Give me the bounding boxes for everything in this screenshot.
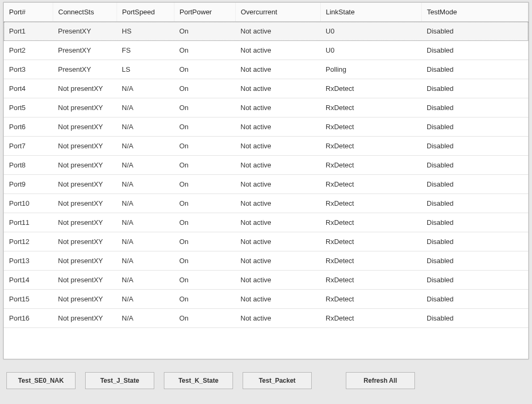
cell-connect: Not presentXY <box>53 137 117 156</box>
table-row[interactable]: Port4Not presentXYN/AOnNot activeRxDetec… <box>4 79 528 98</box>
cell-link: RxDetect <box>320 117 421 137</box>
cell-test: Disabled <box>421 271 528 290</box>
cell-connect: PresentXY <box>53 22 117 41</box>
table-row[interactable]: Port5Not presentXYN/AOnNot activeRxDetec… <box>4 98 528 117</box>
cell-link: RxDetect <box>320 79 421 98</box>
refresh-all-button[interactable]: Refresh All <box>346 372 415 389</box>
cell-port: Port15 <box>4 290 53 309</box>
cell-port: Port12 <box>4 232 53 251</box>
table-row[interactable]: Port8Not presentXYN/AOnNot activeRxDetec… <box>4 156 528 175</box>
cell-speed: FS <box>117 41 174 60</box>
test-se0-nak-button[interactable]: Test_SE0_NAK <box>6 372 76 389</box>
table-row[interactable]: Port12Not presentXYN/AOnNot activeRxDete… <box>4 232 528 251</box>
cell-test: Disabled <box>421 41 528 60</box>
cell-link: RxDetect <box>320 98 421 117</box>
test-k-state-button[interactable]: Test_K_State <box>164 372 233 389</box>
col-portspeed[interactable]: PortSpeed <box>117 3 174 22</box>
table-row[interactable]: Port9Not presentXYN/AOnNot activeRxDetec… <box>4 175 528 194</box>
cell-power: On <box>174 194 235 213</box>
col-testmode[interactable]: TestMode <box>421 3 528 22</box>
col-linkstate[interactable]: LinkState <box>320 3 421 22</box>
cell-power: On <box>174 137 235 156</box>
cell-connect: Not presentXY <box>53 79 117 98</box>
table-row[interactable]: Port14Not presentXYN/AOnNot activeRxDete… <box>4 271 528 290</box>
port-status-panel: Port# ConnectSts PortSpeed PortPower Ove… <box>3 2 529 359</box>
cell-speed: N/A <box>117 98 174 117</box>
cell-over: Not active <box>235 251 320 271</box>
cell-link: RxDetect <box>320 290 421 309</box>
table-row[interactable]: Port2PresentXYFSOnNot activeU0Disabled <box>4 41 528 60</box>
table-row[interactable]: Port16Not presentXYN/AOnNot activeRxDete… <box>4 309 528 328</box>
table-row[interactable]: Port6Not presentXYN/AOnNot activeRxDetec… <box>4 117 528 137</box>
cell-over: Not active <box>235 98 320 117</box>
table-row[interactable]: Port3PresentXYLSOnNot activePollingDisab… <box>4 60 528 79</box>
cell-power: On <box>174 156 235 175</box>
cell-port: Port2 <box>4 41 53 60</box>
cell-port: Port13 <box>4 251 53 271</box>
cell-port: Port14 <box>4 271 53 290</box>
col-connectsts[interactable]: ConnectSts <box>53 3 117 22</box>
table-row[interactable]: Port10Not presentXYN/AOnNot activeRxDete… <box>4 194 528 213</box>
col-port[interactable]: Port# <box>4 3 53 22</box>
cell-test: Disabled <box>421 290 528 309</box>
port-table: Port# ConnectSts PortSpeed PortPower Ove… <box>4 3 528 328</box>
cell-test: Disabled <box>421 156 528 175</box>
cell-test: Disabled <box>421 309 528 328</box>
cell-connect: PresentXY <box>53 41 117 60</box>
cell-connect: Not presentXY <box>53 98 117 117</box>
button-bar: Test_SE0_NAK Test_J_State Test_K_State T… <box>3 359 529 389</box>
table-header: Port# ConnectSts PortSpeed PortPower Ove… <box>4 3 528 22</box>
cell-power: On <box>174 271 235 290</box>
table-row[interactable]: Port15Not presentXYN/AOnNot activeRxDete… <box>4 290 528 309</box>
cell-speed: N/A <box>117 156 174 175</box>
cell-speed: N/A <box>117 271 174 290</box>
cell-power: On <box>174 98 235 117</box>
table-row[interactable]: Port11Not presentXYN/AOnNot activeRxDete… <box>4 213 528 232</box>
cell-link: Polling <box>320 60 421 79</box>
cell-speed: N/A <box>117 117 174 137</box>
cell-port: Port3 <box>4 60 53 79</box>
cell-link: U0 <box>320 22 421 41</box>
table-row[interactable]: Port1PresentXYHSOnNot activeU0Disabled <box>4 22 528 41</box>
cell-over: Not active <box>235 156 320 175</box>
cell-test: Disabled <box>421 175 528 194</box>
col-portpower[interactable]: PortPower <box>174 3 235 22</box>
cell-test: Disabled <box>421 137 528 156</box>
cell-power: On <box>174 60 235 79</box>
cell-connect: Not presentXY <box>53 271 117 290</box>
test-packet-button[interactable]: Test_Packet <box>243 372 312 389</box>
cell-connect: Not presentXY <box>53 213 117 232</box>
cell-power: On <box>174 213 235 232</box>
cell-power: On <box>174 232 235 251</box>
cell-connect: Not presentXY <box>53 117 117 137</box>
cell-over: Not active <box>235 60 320 79</box>
cell-over: Not active <box>235 41 320 60</box>
cell-over: Not active <box>235 194 320 213</box>
cell-test: Disabled <box>421 117 528 137</box>
cell-port: Port16 <box>4 309 53 328</box>
cell-connect: Not presentXY <box>53 194 117 213</box>
cell-over: Not active <box>235 232 320 251</box>
table-row[interactable]: Port7Not presentXYN/AOnNot activeRxDetec… <box>4 137 528 156</box>
col-overcurrent[interactable]: Overcurrent <box>235 3 320 22</box>
cell-test: Disabled <box>421 79 528 98</box>
cell-speed: N/A <box>117 137 174 156</box>
cell-port: Port6 <box>4 117 53 137</box>
cell-port: Port5 <box>4 98 53 117</box>
cell-power: On <box>174 175 235 194</box>
cell-port: Port9 <box>4 175 53 194</box>
cell-power: On <box>174 290 235 309</box>
cell-test: Disabled <box>421 213 528 232</box>
cell-over: Not active <box>235 79 320 98</box>
cell-connect: Not presentXY <box>53 251 117 271</box>
cell-speed: N/A <box>117 232 174 251</box>
cell-over: Not active <box>235 175 320 194</box>
cell-port: Port1 <box>4 22 53 41</box>
cell-speed: N/A <box>117 251 174 271</box>
cell-link: RxDetect <box>320 137 421 156</box>
test-j-state-button[interactable]: Test_J_State <box>85 372 154 389</box>
cell-over: Not active <box>235 117 320 137</box>
table-row[interactable]: Port13Not presentXYN/AOnNot activeRxDete… <box>4 251 528 271</box>
cell-connect: Not presentXY <box>53 309 117 328</box>
cell-speed: LS <box>117 60 174 79</box>
